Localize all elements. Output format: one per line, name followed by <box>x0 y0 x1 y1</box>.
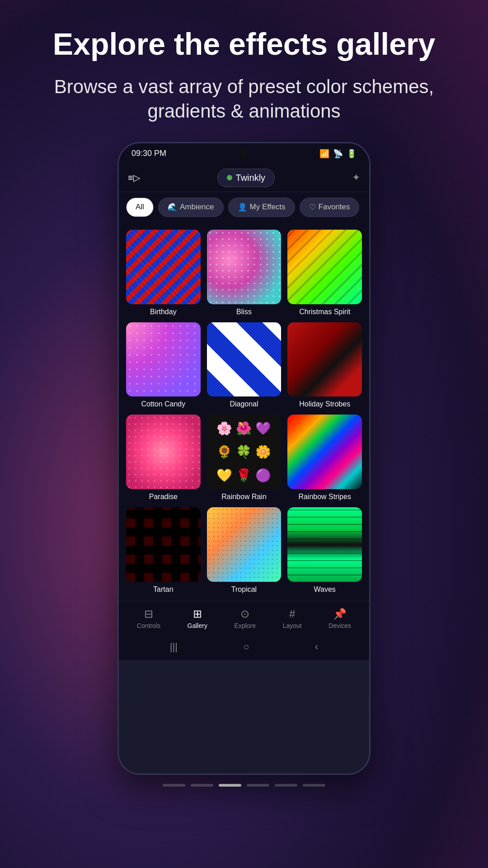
effect-label-bliss: Bliss <box>236 308 252 316</box>
gallery-icon: ⊞ <box>193 608 202 620</box>
nav-explore[interactable]: ⊙ Explore <box>235 608 256 629</box>
status-icons: 📶 📡 🔋 <box>319 149 357 159</box>
effect-label-diagonal: Diagonal <box>230 400 258 408</box>
effect-label-waves: Waves <box>314 585 336 594</box>
connection-dot <box>227 175 232 180</box>
effect-label-holiday: Holiday Strobes <box>299 400 350 408</box>
effect-thumb-christmas <box>287 230 362 304</box>
effect-label-birthday: Birthday <box>150 308 177 316</box>
effect-label-christmas: Christmas Spirit <box>299 308 350 316</box>
ambience-icon: 🌊 <box>168 203 177 212</box>
page-dot-1 <box>163 784 185 787</box>
sparkle-icon[interactable]: ✦ <box>352 172 360 184</box>
effect-diagonal[interactable]: Diagonal <box>207 322 282 409</box>
status-bar: 09:30 PM 📶 📡 🔋 <box>119 143 369 164</box>
page-dot-5 <box>275 784 297 787</box>
page-dot-3 <box>219 784 241 787</box>
page-dot-2 <box>191 784 213 787</box>
effect-label-paradise: Paradise <box>149 493 178 501</box>
nav-layout[interactable]: # Layout <box>283 608 302 629</box>
battery-icon: 🔋 <box>347 149 357 159</box>
page-title: Explore the effects gallery <box>36 27 452 61</box>
explore-label: Explore <box>235 622 256 629</box>
effect-thumb-waves <box>287 507 362 582</box>
filter-tabs: All 🌊 Ambience 👤 My Effects ♡ Favorites <box>119 192 369 222</box>
my-effects-icon: 👤 <box>238 203 247 212</box>
tab-my-effects[interactable]: 👤 My Effects <box>228 198 295 217</box>
effect-thumb-holiday <box>287 322 362 397</box>
effect-holiday-strobes[interactable]: Holiday Strobes <box>287 322 362 409</box>
controls-label: Controls <box>137 622 160 629</box>
effect-thumb-cotton <box>126 322 201 397</box>
effect-label-rainbow-rain: Rainbow Rain <box>221 493 267 501</box>
effect-thumb-birthday <box>126 230 201 304</box>
effect-waves[interactable]: Waves <box>287 507 362 594</box>
header-section: Explore the effects gallery Browse a vas… <box>0 0 488 142</box>
effect-thumb-rainbow-rain: 🌸 🌺 💜 🌻 🍀 🌼 💛 🌹 🟣 <box>207 415 282 489</box>
effect-paradise[interactable]: Paradise <box>126 415 201 501</box>
layout-label: Layout <box>283 622 302 629</box>
home-icon[interactable]: ○ <box>243 641 249 653</box>
effect-rainbow-rain[interactable]: 🌸 🌺 💜 🌻 🍀 🌼 💛 🌹 🟣 Rainbow Rain <box>207 415 282 501</box>
camera-notch <box>239 149 248 158</box>
effect-label-tartan: Tartan <box>153 585 173 594</box>
effect-thumb-tropical <box>207 507 282 582</box>
layout-icon: # <box>289 608 295 620</box>
effect-christmas-spirit[interactable]: Christmas Spirit <box>287 230 362 316</box>
effect-birthday[interactable]: Birthday <box>126 230 201 316</box>
page-dots <box>154 775 334 796</box>
app-name: Twinkly <box>236 173 266 183</box>
page-dot-6 <box>303 784 325 787</box>
nav-controls[interactable]: ⊟ Controls <box>137 608 160 629</box>
bottom-nav: ⊟ Controls ⊞ Gallery ⊙ Explore # Layout … <box>119 601 369 634</box>
effect-thumb-diagonal <box>207 322 282 397</box>
tab-favorites[interactable]: ♡ Favorites <box>300 198 360 217</box>
effect-bliss[interactable]: Bliss <box>207 230 282 316</box>
devices-icon: 📌 <box>333 608 347 620</box>
tab-ambience[interactable]: 🌊 Ambience <box>158 198 224 217</box>
effect-rainbow-stripes[interactable]: Rainbow Stripes <box>287 415 362 501</box>
effect-tropical[interactable]: Tropical <box>207 507 282 594</box>
gesture-bar: ||| ○ ‹ <box>119 634 369 660</box>
nav-gallery[interactable]: ⊞ Gallery <box>188 608 207 629</box>
effect-label-tropical: Tropical <box>231 585 257 594</box>
menu-icon[interactable]: ≡▷ <box>128 172 140 183</box>
signal-icon: 📡 <box>333 149 343 159</box>
recent-apps-icon[interactable]: ||| <box>170 641 178 653</box>
effect-label-rainbow-stripes: Rainbow Stripes <box>298 493 351 501</box>
effect-thumb-tartan <box>126 507 201 582</box>
wifi-icon: 📶 <box>319 149 329 159</box>
gallery-label: Gallery <box>188 622 207 629</box>
effect-thumb-paradise <box>126 415 201 489</box>
nav-devices[interactable]: 📌 Devices <box>328 608 351 629</box>
tab-all[interactable]: All <box>126 198 154 217</box>
back-icon[interactable]: ‹ <box>315 641 318 653</box>
nav-logo: ≡▷ <box>128 172 140 183</box>
phone-mockup: 09:30 PM 📶 📡 🔋 ≡▷ Twinkly ✦ All 🌊 Ambien… <box>117 142 371 775</box>
page-dot-4 <box>247 784 269 787</box>
effect-label-cotton: Cotton Candy <box>141 400 185 408</box>
effect-cotton-candy[interactable]: Cotton Candy <box>126 322 201 409</box>
controls-icon: ⊟ <box>144 608 153 620</box>
page-subtitle: Browse a vast array of preset color sche… <box>36 75 452 124</box>
status-time: 09:30 PM <box>131 149 166 158</box>
effect-thumb-rainbow-stripes <box>287 415 362 489</box>
devices-label: Devices <box>328 622 351 629</box>
effects-grid: Birthday Bliss Christmas Spirit Cotton C… <box>119 222 369 601</box>
favorites-icon: ♡ <box>309 203 316 212</box>
effect-tartan[interactable]: Tartan <box>126 507 201 594</box>
effect-thumb-bliss <box>207 230 282 304</box>
app-nav-bar: ≡▷ Twinkly ✦ <box>119 164 369 192</box>
explore-icon: ⊙ <box>240 608 249 620</box>
app-badge[interactable]: Twinkly <box>217 169 275 187</box>
